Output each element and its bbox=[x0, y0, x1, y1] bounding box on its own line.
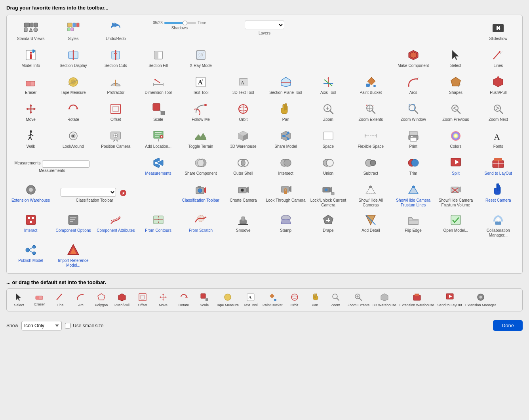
tool-outer-shell[interactable]: Share Component bbox=[180, 154, 221, 179]
dt-tapemeasure[interactable]: Tape Measure bbox=[215, 292, 240, 308]
tool-position-camera[interactable]: Position Camera bbox=[95, 127, 137, 152]
tool-arcs[interactable]: Arcs bbox=[392, 73, 434, 98]
tool-extension-manager[interactable]: Extension Warehouse bbox=[10, 181, 51, 209]
tool-text-tool[interactable]: A1 Text Tool bbox=[180, 73, 221, 98]
tool-show-hide-frustum-volume[interactable]: Show/Hide Camera Frustum Lines bbox=[392, 181, 434, 209]
tool-styles[interactable]: Styles bbox=[52, 19, 94, 44]
measurements-input[interactable] bbox=[42, 160, 89, 168]
tool-shapes[interactable]: Shapes bbox=[435, 73, 476, 98]
tool-import-reference[interactable]: Publish Model bbox=[10, 241, 51, 269]
tool-make-component[interactable]: Make Component bbox=[392, 46, 434, 71]
tool-add-detail[interactable]: Drape bbox=[307, 211, 349, 239]
tool-publish-model[interactable]: Collaboration Manager... bbox=[478, 211, 519, 239]
tool-open-model[interactable]: Flip Edge bbox=[392, 211, 434, 239]
tool-rotate[interactable]: Rotate bbox=[52, 100, 94, 125]
tool-subtract[interactable]: Union bbox=[307, 154, 349, 179]
tool-axis-tool[interactable]: Axis Tool bbox=[307, 73, 349, 98]
tool-model-info[interactable]: i Model Info bbox=[10, 46, 51, 71]
tool-interact[interactable]: Reset Camera bbox=[478, 181, 519, 209]
tool-add-location[interactable]: Add Location... bbox=[137, 127, 179, 152]
tool-follow-me[interactable]: Follow Me bbox=[180, 100, 221, 125]
tool-trim[interactable]: Subtract bbox=[350, 154, 392, 179]
tool-lookaround[interactable]: LookAround bbox=[52, 127, 94, 152]
tool-section-display[interactable]: Section Display bbox=[52, 46, 94, 71]
dt-sendtolayout[interactable]: Send to LayOut bbox=[436, 292, 464, 308]
tool-flip-edge[interactable]: Add Detail bbox=[350, 211, 392, 239]
shadows-slider[interactable] bbox=[164, 22, 196, 24]
dt-offset[interactable]: Offset bbox=[133, 292, 152, 308]
dt-arc[interactable]: Arc bbox=[71, 292, 91, 308]
tool-pan[interactable]: Pan bbox=[265, 100, 306, 125]
tool-orbit[interactable]: Orbit bbox=[223, 100, 264, 125]
tool-look-through-camera[interactable]: Create Camera bbox=[223, 181, 264, 209]
tool-share-model[interactable]: Share Model bbox=[265, 127, 306, 152]
tool-share-component[interactable]: Measurements bbox=[137, 154, 179, 179]
tool-select[interactable]: Select bbox=[435, 46, 476, 71]
tool-show-hide-frustum-lines[interactable]: Show/Hide All Cameras bbox=[350, 181, 392, 209]
tool-offset[interactable]: Offset bbox=[95, 100, 137, 125]
tool-layers[interactable]: Layers bbox=[223, 19, 307, 44]
dt-paintbucket[interactable]: Paint Bucket bbox=[261, 292, 284, 308]
tool-move[interactable]: Move bbox=[10, 100, 51, 125]
dt-pan[interactable]: Pan bbox=[305, 292, 325, 308]
tool-zoom-next[interactable]: Zoom Next bbox=[478, 100, 519, 125]
dt-extmanager[interactable]: Extension Manager bbox=[464, 292, 497, 308]
tool-classification-toolbar[interactable]: ★ Classification Toolbar bbox=[52, 181, 137, 209]
done-button[interactable]: Done bbox=[493, 320, 523, 331]
dt-polygon[interactable]: Polygon bbox=[91, 292, 111, 308]
tool-component-options[interactable]: Interact bbox=[10, 211, 51, 239]
tool-paint-bucket[interactable]: Paint Bucket bbox=[350, 73, 392, 98]
tool-slideshow[interactable]: Slideshow bbox=[478, 19, 519, 44]
tool-extension-warehouse[interactable]: Send to LayOut bbox=[478, 154, 519, 179]
dt-texttool[interactable]: A Text Tool bbox=[241, 292, 261, 308]
tool-flexible-space[interactable]: Flexible Space bbox=[350, 127, 392, 152]
tool-3d-warehouse[interactable]: 3D Warehouse bbox=[223, 127, 264, 152]
tool-measurements[interactable]: Measurements Measurements bbox=[10, 154, 94, 179]
tool-smoove[interactable]: From Scratch bbox=[180, 211, 221, 239]
tool-zoom-extents[interactable]: Zoom Extents bbox=[350, 100, 392, 125]
dt-line[interactable]: Line bbox=[50, 292, 70, 308]
dt-orbit[interactable]: Orbit bbox=[285, 292, 304, 308]
tool-walk[interactable]: Walk bbox=[10, 127, 51, 152]
tool-collaboration-manager[interactable]: Open Model... bbox=[435, 211, 476, 239]
tool-create-camera[interactable]: Classification Toolbar bbox=[180, 181, 221, 209]
tool-component-attributes[interactable]: Component Options bbox=[52, 211, 94, 239]
tool-lock-unlock-camera[interactable]: Look Through Camera bbox=[265, 181, 306, 209]
small-size-checkbox[interactable] bbox=[65, 323, 70, 328]
tool-launch-trimble[interactable]: Import Reference Model... bbox=[52, 241, 94, 269]
show-select[interactable]: Icon Only Icon and Text Text Only bbox=[21, 321, 62, 330]
tool-push-pull[interactable]: Push/Pull bbox=[478, 73, 519, 98]
tool-from-scratch[interactable]: From Contours bbox=[137, 211, 179, 239]
dt-select[interactable]: Select bbox=[9, 292, 29, 308]
tool-intersect[interactable]: Outer Shell bbox=[223, 154, 264, 179]
tool-stamp[interactable]: Smoove bbox=[223, 211, 264, 239]
dt-zoomextents[interactable]: Zoom Extents bbox=[346, 292, 371, 308]
tool-from-contours[interactable]: Component Attributes bbox=[95, 211, 137, 239]
tool-zoom-window[interactable]: Zoom Window bbox=[392, 100, 434, 125]
dt-3dwarehouse[interactable]: 3D Warehouse bbox=[371, 292, 398, 308]
tool-zoom[interactable]: Zoom bbox=[307, 100, 349, 125]
tool-fonts[interactable]: A Fonts bbox=[478, 127, 519, 152]
tool-section-plane-tool[interactable]: Section Plane Tool bbox=[265, 73, 306, 98]
dt-zoom[interactable]: Zoom bbox=[326, 292, 346, 308]
tool-undo-redo[interactable]: Undo/Redo bbox=[95, 19, 137, 44]
dt-scale[interactable]: Scale bbox=[194, 292, 214, 308]
tool-drape[interactable]: Stamp bbox=[265, 211, 306, 239]
tool-union[interactable]: Intersect bbox=[265, 154, 306, 179]
tool-print[interactable]: Print bbox=[392, 127, 434, 152]
tool-section-fill[interactable]: Section Fill bbox=[137, 46, 179, 71]
dt-extwarehouse[interactable]: Extension Warehouse bbox=[398, 292, 436, 308]
tool-lines[interactable]: Lines bbox=[478, 46, 519, 71]
dt-move[interactable]: Move bbox=[153, 292, 173, 308]
tool-send-to-layout[interactable]: Split bbox=[435, 154, 476, 179]
tool-show-hide-all-cameras[interactable]: Lock/Unlock Current Camera bbox=[307, 181, 349, 209]
dt-eraser[interactable]: Eraser bbox=[30, 293, 49, 307]
dt-pushpull[interactable]: Push/Pull bbox=[112, 292, 132, 308]
tool-space[interactable]: Space bbox=[307, 127, 349, 152]
tool-x-ray-mode[interactable]: X-Ray Mode bbox=[180, 46, 221, 71]
tool-split[interactable]: Trim bbox=[392, 154, 434, 179]
tool-toggle-terrain[interactable]: Toggle Terrain bbox=[180, 127, 221, 152]
tool-scale[interactable]: Scale bbox=[137, 100, 179, 125]
classification-select[interactable] bbox=[61, 188, 116, 197]
dt-rotate[interactable]: Rotate bbox=[174, 292, 194, 308]
